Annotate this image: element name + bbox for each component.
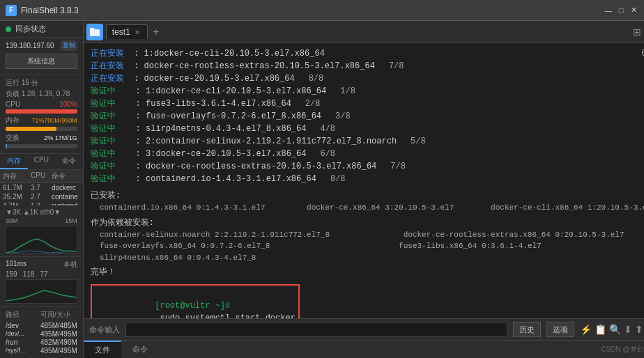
process-header: 内存 CPU 命令 [0, 170, 83, 183]
route-row-2: /run 482M/490M [6, 338, 77, 346]
cpu-value: 100% [59, 100, 77, 108]
route-dev-2: /run [6, 338, 40, 346]
tab-bar-right: ⊞ ≡ [630, 25, 644, 39]
ip-section: 139.180.197.60 复制 系统信息 [0, 38, 83, 75]
route-dev-1: /dev/... [6, 330, 40, 338]
term-line: 正在安装 : docker-ce-rootless-extras-20.10.5… [91, 60, 644, 72]
tab-cmd[interactable]: 命令 [55, 154, 83, 169]
history-button[interactable]: 历史 [513, 322, 541, 337]
ping-label: 101ms [6, 260, 26, 270]
swap-label: 交换 [6, 133, 20, 143]
right-panel: test1 ✕ + ⊞ ≡ 正在安装 : 1:docker-ce-cli-20.… [84, 21, 644, 358]
dep-label: 作为依赖被安装: [91, 217, 644, 229]
cmd-line-1: [root@vultr ~]# sudo systemctl start doc… [95, 287, 296, 318]
term-line: 验证中 : 3:docker-ce-20.10.5-3.el7.x86_646/… [91, 148, 644, 160]
main-layout: 同步状态 139.180.197.60 复制 系统信息 运行 16 分 负载 1… [0, 21, 644, 358]
ping-sub: 本机 [63, 260, 77, 270]
ping-chart [6, 279, 77, 304]
term-line: 验证中 : 1:docker-ce-cli-20.10.5-3.el7.x86_… [91, 85, 644, 98]
command-input[interactable] [125, 322, 507, 337]
search-icon[interactable]: 🔍 [609, 324, 621, 335]
cpu-progress-bar [6, 109, 77, 114]
route-col-avail: 可用/大小 [40, 310, 77, 320]
process-table: 内存 CPU 命令 61.7M 3.7 dockerc 35.2M 2.7 co… [0, 170, 83, 205]
mem-progress-bar [6, 127, 77, 131]
installed-pkgs: containerd.io.x86_64 0:1.4.3-3.1.el7 doc… [91, 202, 644, 214]
window-controls: — □ ✕ [604, 6, 638, 15]
clipboard-icon[interactable]: 📋 [595, 324, 606, 335]
load-label: 负载 1.28, 1.39, 0.78 [6, 89, 70, 99]
folder-icon[interactable] [86, 24, 103, 40]
cmd-icons: ⚡ 📋 🔍 ⬇ ⬆ 📄 [580, 324, 644, 335]
swap-progress-bar [6, 144, 77, 148]
proc-name-0: dockerc [52, 184, 80, 192]
swap-value: 2% 17M/1G [44, 134, 77, 141]
copy-button[interactable]: 复制 [61, 40, 77, 51]
tab-mem[interactable]: 内存 [0, 154, 28, 169]
arrow-up-icon[interactable]: ⬆ [635, 324, 643, 335]
route-dev-3: /sys/f... [6, 347, 40, 355]
ping-val-2: 77 [40, 270, 47, 278]
tab-bar: test1 ✕ + ⊞ ≡ [84, 21, 644, 43]
tab-cpu[interactable]: CPU [28, 154, 56, 169]
dep-line-0: container-selinux.noarch 2:2.119.2-1.911… [91, 229, 644, 241]
term-line: 验证中 : containerd.io-1.4.3-3.1.el7.x86_64… [91, 173, 644, 185]
term-line: 正在安装 : 1:docker-ce-cli-20.10.5-3.el7.x86… [91, 47, 644, 60]
status-dot [6, 26, 11, 32]
tab-close-icon[interactable]: ✕ [135, 29, 140, 36]
route-section: 路径 可用/大小 /dev 485M/485M /dev/... 495M/49… [0, 307, 83, 358]
maximize-button[interactable]: □ [616, 6, 626, 15]
close-button[interactable]: ✕ [629, 6, 638, 15]
route-dev-0: /dev [6, 322, 40, 329]
col-header-cpu: CPU [31, 171, 52, 181]
process-row: 61.7M 3.7 dockerc [0, 183, 83, 192]
watermark: CSDN @梦幻蔚蓝 [601, 341, 644, 358]
app-icon: F [6, 5, 17, 16]
proc-mem-1: 35.2M [3, 193, 31, 201]
minimize-button[interactable]: — [604, 6, 613, 15]
command-bar: 命令输入 历史 选项 ⚡ 📋 🔍 ⬇ ⬆ 📄 [84, 318, 644, 340]
bottom-tab-cmd[interactable]: 命令 [121, 341, 159, 358]
terminal[interactable]: 正在安装 : 1:docker-ce-cli-20.10.5-3.el7.x86… [84, 43, 644, 318]
net-val-1: 15M [65, 217, 77, 224]
proc-mem-0: 61.7M [3, 184, 31, 192]
sync-label: 同步状态 [15, 24, 46, 34]
grid-view-icon[interactable]: ⊞ [630, 25, 644, 39]
tab-test1[interactable]: test1 ✕ [106, 24, 148, 39]
sys-info-button[interactable]: 系统信息 [6, 54, 77, 69]
route-avail-0: 485M/485M [40, 322, 77, 329]
route-avail-3: 495M/495M [40, 347, 77, 355]
term-line: 验证中 : docker-ce-rootless-extras-20.10.5-… [91, 160, 644, 173]
bottom-tab-file[interactable]: 文件 [84, 341, 121, 358]
complete-label: 完毕！ [91, 266, 644, 279]
term-line: 验证中 : fuse3-libs-3.6.1-4.el7.x86_642/8 [91, 98, 644, 110]
cpu-label: CPU [6, 100, 20, 108]
app-title: FinalShell 3.8.3 [21, 6, 604, 15]
route-avail-1: 495M/495M [40, 330, 77, 338]
process-row: 35.2M 2.7 containe [0, 192, 83, 201]
term-line: 验证中 : slirp4netns-0.4.3-4.el7_8.x86_644/… [91, 123, 644, 135]
tab-label: test1 [112, 27, 130, 37]
sidebar: 同步状态 139.180.197.60 复制 系统信息 运行 16 分 负载 1… [0, 21, 84, 358]
lightning-icon[interactable]: ⚡ [580, 324, 592, 335]
route-row-0: /dev 485M/485M [6, 322, 77, 329]
mem-progress-fill [6, 127, 56, 131]
route-avail-2: 482M/490M [40, 338, 77, 346]
installed-label: 已安装: [91, 189, 644, 202]
col-header-name: 命令 [52, 171, 80, 181]
tab-add-button[interactable]: + [148, 24, 164, 40]
network-section: ▼3K ▲1K eth0▼ 30M 15M [0, 205, 83, 257]
term-line: 正在安装 : docker-ce-20.10.5-3.el7.x86_648/8 [91, 72, 644, 85]
net-label: ▼3K ▲1K eth0▼ [6, 208, 61, 216]
select-button[interactable]: 选项 [546, 322, 574, 337]
bottom-tab-bar: 文件 命令 CSDN @梦幻蔚蓝 [84, 340, 644, 358]
runtime-label: 运行 16 分 [6, 78, 38, 88]
arrow-down-icon[interactable]: ⬇ [624, 324, 632, 335]
highlight-box: [root@vultr ~]# sudo systemctl start doc… [91, 284, 300, 318]
route-col-path: 路径 [6, 310, 40, 320]
ping-val-0: 159 [6, 270, 17, 278]
swap-progress-fill [6, 144, 7, 148]
svg-rect-1 [90, 28, 94, 31]
route-row-1: /dev/... 495M/495M [6, 330, 77, 338]
proc-cpu-1: 2.7 [31, 193, 52, 201]
